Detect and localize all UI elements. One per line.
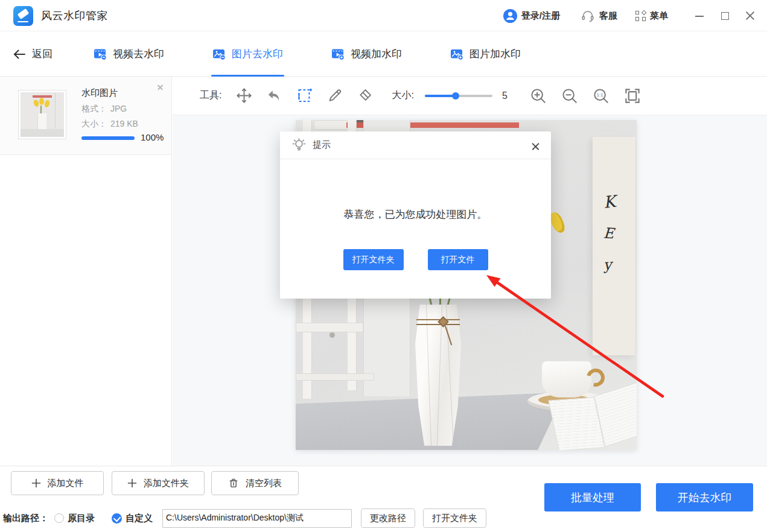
photo-frame-decor: [314, 120, 348, 130]
photo-cup: [542, 361, 591, 397]
tab-strip: 视频去水印 图片去水印: [94, 31, 521, 77]
vase-facet: [426, 305, 431, 446]
eraser-icon: [357, 87, 373, 104]
file-size: 大小： 219 KB: [81, 119, 138, 130]
zoom-in-button[interactable]: [529, 87, 547, 105]
zoom-out-icon: [561, 87, 579, 105]
service-label: 客服: [599, 10, 617, 22]
slider-fill: [425, 95, 456, 97]
start-remove-watermark-button[interactable]: 开始去水印: [656, 483, 753, 511]
zoom-out-button[interactable]: [561, 87, 579, 105]
plus-icon: [127, 478, 137, 488]
output-path-label: 输出路径：: [3, 513, 48, 524]
headset-icon: [581, 8, 595, 23]
tab-label: 图片去水印: [232, 47, 283, 61]
maximize-button[interactable]: [720, 11, 730, 21]
menu[interactable]: 菜单: [635, 10, 668, 22]
fit-screen-icon: [623, 87, 641, 105]
dialog-message: 恭喜您，已为您成功处理图片。: [280, 207, 551, 221]
eraser-tool-button[interactable]: [355, 87, 374, 105]
change-path-button[interactable]: 更改路径: [361, 508, 415, 528]
brush-size-value: 5: [502, 90, 508, 101]
back-button[interactable]: 返回: [12, 31, 53, 77]
marquee-select-tool-button[interactable]: [295, 87, 313, 105]
eraser-glyph: [18, 8, 30, 19]
back-arrow-icon: [12, 47, 27, 62]
zoom-1-1-icon: 1:1: [592, 87, 610, 105]
output-path-input[interactable]: [162, 509, 352, 528]
back-label: 返回: [32, 47, 53, 61]
image-remove-icon: [212, 48, 226, 60]
customer-service[interactable]: 客服: [581, 8, 617, 23]
radio-custom-label: 自定义: [126, 513, 153, 524]
move-tool-button[interactable]: [235, 87, 253, 105]
banner-letter: y: [603, 256, 612, 274]
menu-label: 菜单: [650, 10, 668, 22]
open-output-folder-button[interactable]: 打开文件夹: [423, 508, 486, 528]
slider-knob[interactable]: [452, 92, 459, 100]
tab-image-watermark-add[interactable]: 图片加水印: [450, 31, 521, 77]
dialog-close-icon[interactable]: [531, 141, 540, 150]
tab-video-watermark-remove[interactable]: 视频去水印: [94, 31, 164, 77]
pencil-tool-button[interactable]: [325, 87, 343, 105]
open-folder-button[interactable]: 打开文件夹: [343, 249, 404, 270]
move-icon: [236, 87, 252, 104]
file-size-value: 219 KB: [110, 119, 138, 130]
thumb-flower: [44, 100, 51, 108]
add-folder-label: 添加文件夹: [144, 478, 189, 489]
file-format: 格式： JPG: [81, 104, 127, 115]
radio-original-dir[interactable]: 原目录: [54, 513, 95, 524]
thumb-decor: [55, 92, 56, 128]
photo-ladder-bar: [296, 323, 363, 332]
thumb-table: [21, 129, 64, 137]
file-list-item[interactable]: 水印图片 格式： JPG 大小： 219 KB 100%: [0, 77, 171, 155]
batch-process-button[interactable]: 批量处理: [544, 483, 641, 511]
fit-screen-button[interactable]: [623, 87, 641, 105]
app-title: 风云水印管家: [41, 0, 108, 31]
thumb-flower: [39, 98, 44, 105]
plus-icon: [31, 478, 41, 488]
image-add-icon: [450, 48, 463, 60]
user-avatar-icon: [503, 9, 517, 23]
close-window-button[interactable]: [745, 11, 755, 21]
success-dialog: 提示 恭喜您，已为您成功处理图片。 打开文件夹 打开文件: [280, 131, 551, 299]
tools-label: 工具:: [200, 89, 221, 102]
tab-video-watermark-add[interactable]: 视频加水印: [331, 31, 402, 77]
banner-letter: E: [603, 225, 614, 242]
photo-ladder-bar: [296, 373, 374, 381]
tab-label: 图片加水印: [469, 47, 521, 61]
clear-list-button[interactable]: 清空列表: [211, 471, 299, 495]
radio-circle-icon: [54, 513, 64, 523]
lightbulb-icon: [291, 137, 307, 153]
brush-size-slider[interactable]: [425, 92, 492, 100]
undo-tool-button[interactable]: [265, 87, 283, 105]
svg-text:1:1: 1:1: [597, 92, 603, 98]
thumb-vase: [37, 113, 46, 129]
undo-icon: [266, 88, 282, 104]
file-size-label: 大小：: [81, 119, 107, 130]
file-remove-icon[interactable]: [157, 83, 164, 90]
zoom-in-icon: [529, 87, 547, 105]
title-bar: 风云水印管家 登录/注册 客服: [0, 0, 767, 31]
add-file-button[interactable]: 添加文件: [11, 471, 104, 495]
add-folder-button[interactable]: 添加文件夹: [112, 471, 205, 495]
file-format-label: 格式：: [81, 104, 107, 115]
open-file-button[interactable]: 打开文件: [428, 249, 488, 270]
tab-image-watermark-remove[interactable]: 图片去水印: [212, 31, 283, 77]
file-progress-bar: [81, 136, 135, 140]
pencil-icon: [326, 87, 343, 104]
radio-custom-dir[interactable]: 自定义: [112, 513, 153, 524]
photo-knob: [329, 332, 335, 338]
file-list-sidebar: 水印图片 格式： JPG 大小： 219 KB 100%: [0, 77, 172, 466]
login-register[interactable]: 登录/注册: [503, 9, 560, 23]
clear-list-label: 清空列表: [246, 478, 282, 489]
dialog-header: 提示: [280, 131, 551, 159]
zoom-actual-size-button[interactable]: 1:1: [592, 87, 610, 105]
nav-bar: 返回 视频去水印: [0, 31, 767, 77]
menu-grid-icon: [635, 11, 646, 21]
zoom-controls: 1:1: [529, 87, 641, 105]
minimize-button[interactable]: [695, 11, 704, 21]
file-name: 水印图片: [81, 87, 118, 99]
photo-vase: [415, 305, 461, 446]
login-label: 登录/注册: [521, 10, 560, 22]
